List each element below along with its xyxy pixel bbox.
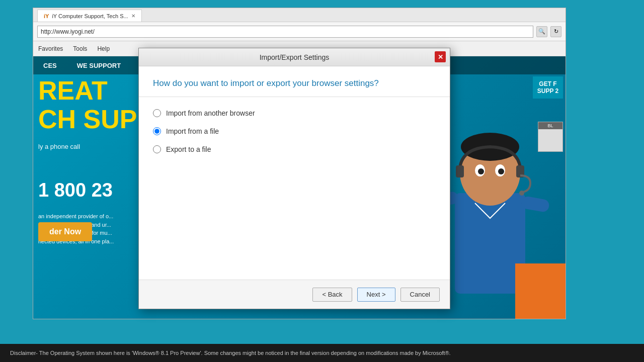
- option-export-file-label: Export to a file: [166, 145, 211, 153]
- radio-import-file[interactable]: [153, 127, 161, 135]
- dialog-close-button[interactable]: ✕: [435, 51, 446, 62]
- dialog-overlay: Import/Export Settings ✕ How do you want…: [0, 0, 644, 362]
- dialog-body: How do you want to import or export your…: [139, 66, 450, 280]
- radio-export-file[interactable]: [153, 145, 161, 153]
- option-import-file[interactable]: Import from a file: [153, 127, 436, 135]
- cancel-button[interactable]: Cancel: [400, 288, 440, 302]
- dialog-question-text: How do you want to import or export your…: [153, 78, 436, 88]
- dialog-titlebar: Import/Export Settings ✕: [139, 48, 450, 66]
- back-button[interactable]: < Back: [312, 288, 352, 302]
- dialog-options: Import from another browser Import from …: [139, 97, 450, 280]
- option-export-file[interactable]: Export to a file: [153, 145, 436, 153]
- option-import-browser[interactable]: Import from another browser: [153, 109, 436, 117]
- import-export-dialog: Import/Export Settings ✕ How do you want…: [138, 48, 450, 309]
- next-button[interactable]: Next >: [357, 288, 395, 302]
- dialog-title: Import/Export Settings: [260, 53, 330, 61]
- dialog-question-section: How do you want to import or export your…: [139, 66, 450, 97]
- radio-import-browser[interactable]: [153, 109, 161, 117]
- dialog-footer: < Back Next > Cancel: [139, 280, 450, 309]
- option-import-file-label: Import from a file: [166, 127, 219, 135]
- option-import-browser-label: Import from another browser: [166, 109, 255, 117]
